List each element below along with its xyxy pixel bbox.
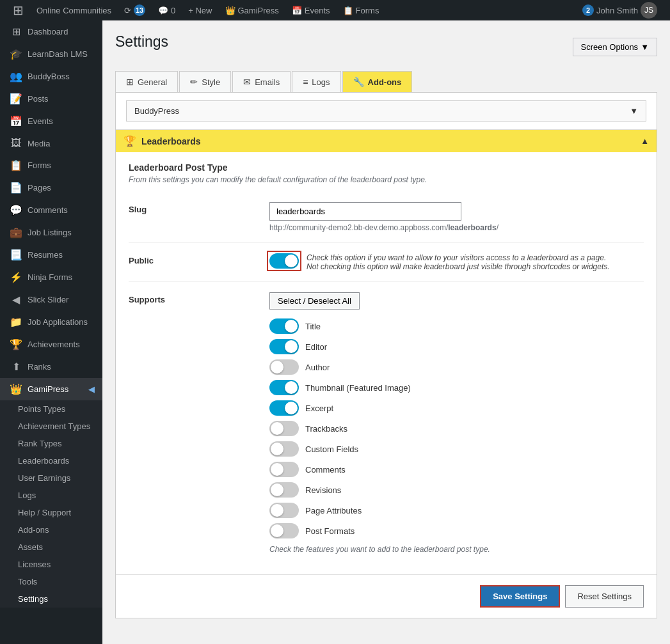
collapse-icon[interactable]: ▲ (641, 136, 649, 146)
tab-emails[interactable]: ✉ Emails (232, 71, 291, 92)
sidebar-sub-logs[interactable]: Logs (0, 487, 102, 504)
slug-input[interactable] (269, 202, 461, 221)
tab-logs[interactable]: ≡ Logs (292, 71, 340, 92)
active-arrow: ◀ (88, 384, 95, 394)
tab-label: General (138, 77, 167, 87)
sidebar-item-slick-slider[interactable]: ◀ Slick Slider (0, 288, 102, 311)
sidebar-sub-settings[interactable]: Settings (0, 590, 102, 608)
toggle-post-formats[interactable] (269, 523, 299, 538)
user-badge: 2 (582, 4, 594, 16)
sidebar-item-posts[interactable]: 📝 Posts (0, 88, 102, 110)
forms-link[interactable]: 📋 Forms (337, 0, 386, 20)
support-item-excerpt: Excerpt (269, 400, 644, 416)
sidebar-item-ninja-forms[interactable]: ⚡ Ninja Forms (0, 266, 102, 288)
updates-link[interactable]: ⟳ 13 (118, 0, 152, 20)
sidebar-sub-assets[interactable]: Assets (0, 538, 102, 556)
leaderboards-section-header: 🏆 Leaderboards ▲ (116, 130, 657, 152)
public-toggle[interactable] (269, 253, 299, 269)
sidebar-item-forms[interactable]: 📋 Forms (0, 154, 102, 177)
sidebar-sub-achievement-types[interactable]: Achievement Types (0, 418, 102, 435)
sidebar-item-ranks[interactable]: ⬆ Ranks (0, 356, 102, 378)
sidebar-item-label: Media (28, 139, 50, 148)
public-row: Public Check this option if you want to … (129, 243, 644, 282)
forms-icon: 📋 (343, 6, 353, 15)
wp-logo[interactable]: ⊞ (6, 0, 30, 20)
events-link[interactable]: 📅 Events (285, 0, 337, 20)
sidebar-item-dashboard[interactable]: ⊞ Dashboard (0, 20, 102, 43)
gamipress-label: GamiPress (238, 6, 279, 15)
sidebar-item-comments[interactable]: 💬 Comments (0, 199, 102, 221)
toggle-author[interactable] (269, 359, 299, 375)
toggle-excerpt[interactable] (269, 400, 299, 416)
sidebar-sub-add-ons[interactable]: Add-ons (0, 521, 102, 538)
topbar-right: 2 John Smith JS (576, 0, 664, 20)
toggle-comments[interactable] (269, 462, 299, 477)
toggle-thumb-thumbnail (285, 381, 298, 394)
tab-general[interactable]: ⊞ General (115, 71, 178, 92)
sidebar-item-buddyboss[interactable]: 👥 BuddyBoss (0, 65, 102, 88)
user-menu[interactable]: 2 John Smith JS (576, 0, 664, 20)
reset-label: Reset Settings (577, 592, 632, 601)
sidebar-sub-leaderboards[interactable]: Leaderboards (0, 452, 102, 469)
sidebar-item-label: Events (28, 116, 53, 126)
sidebar-item-resumes[interactable]: 📃 Resumes (0, 244, 102, 266)
ninja-forms-icon: ⚡ (10, 271, 22, 283)
site-name[interactable]: Online Communities (30, 0, 118, 20)
settings-tabs: ⊞ General ✏ Style ✉ Emails ≡ Logs 🔧 Add-… (115, 71, 657, 93)
support-label-thumbnail: Thumbnail (Featured Image) (305, 383, 411, 393)
sidebar-item-media[interactable]: 🖼 Media (0, 132, 102, 154)
sidebar-item-label: Pages (28, 183, 51, 192)
style-tab-icon: ✏ (190, 77, 198, 87)
sidebar-item-achievements[interactable]: 🏆 Achievements (0, 333, 102, 356)
comments-link[interactable]: 💬 0 (152, 0, 182, 20)
addon-dropdown[interactable]: BuddyPress ▼ (126, 100, 646, 122)
sidebar-sub-user-earnings[interactable]: User Earnings (0, 469, 102, 487)
support-item-revisions: Revisions (269, 482, 644, 498)
general-tab-icon: ⊞ (126, 77, 134, 87)
main-content: Settings Screen Options ▼ ⊞ General ✏ St… (102, 20, 670, 644)
toggle-editor[interactable] (269, 339, 299, 354)
buddyboss-icon: 👥 (10, 70, 22, 82)
sidebar-item-job-listings[interactable]: 💼 Job Listings (0, 221, 102, 244)
supports-grid: TitleEditorAuthorThumbnail (Featured Ima… (269, 318, 644, 538)
sidebar-item-label: Slick Slider (28, 295, 68, 304)
screen-options-button[interactable]: Screen Options ▼ (573, 38, 657, 56)
sidebar-item-events[interactable]: 📅 Events (0, 110, 102, 132)
toggle-track-post-formats (269, 523, 299, 538)
sidebar-item-pages[interactable]: 📄 Pages (0, 177, 102, 199)
events-icon: 📅 (292, 6, 302, 15)
sidebar-item-label: Forms (28, 161, 51, 170)
toggle-revisions[interactable] (269, 482, 299, 498)
toggle-thumb-page-attributes (271, 504, 283, 517)
gamipress-link[interactable]: 👑 GamiPress (219, 0, 285, 20)
new-link[interactable]: + New (182, 0, 218, 20)
tab-label: Logs (312, 77, 330, 87)
select-deselect-button[interactable]: Select / Deselect All (269, 292, 360, 310)
sidebar-item-label: Job Listings (28, 228, 72, 237)
toggle-trackbacks[interactable] (269, 421, 299, 436)
sidebar-sub-help-support[interactable]: Help / Support (0, 504, 102, 521)
sidebar-item-learndash[interactable]: 🎓 LearnDash LMS (0, 43, 102, 65)
save-label: Save Settings (493, 592, 547, 601)
sidebar-sub-rank-types[interactable]: Rank Types (0, 435, 102, 452)
sidebar-item-label: Dashboard (28, 27, 68, 36)
toggle-page-attributes[interactable] (269, 503, 299, 518)
sidebar-item-job-applications[interactable]: 📁 Job Applications (0, 311, 102, 333)
save-settings-button[interactable]: Save Settings (480, 585, 560, 608)
sidebar-item-gamipress[interactable]: 👑 GamiPress ◀ (0, 378, 102, 400)
post-type-description: From this settings you can modify the de… (129, 175, 644, 184)
sidebar-item-label: LearnDash LMS (28, 49, 88, 59)
dropdown-value: BuddyPress (134, 106, 179, 116)
slug-row: Slug http://community-demo2.bb-dev.demo.… (129, 192, 644, 243)
sidebar-sub-points-types[interactable]: Points Types (0, 400, 102, 418)
tab-add-ons[interactable]: 🔧 Add-ons (342, 71, 413, 93)
tab-style[interactable]: ✏ Style (179, 71, 231, 92)
reset-settings-button[interactable]: Reset Settings (565, 585, 644, 608)
sidebar-sub-tools[interactable]: Tools (0, 573, 102, 590)
toggle-custom-fields[interactable] (269, 441, 299, 457)
toggle-thumbnail[interactable] (269, 380, 299, 395)
toggle-track-page-attributes (269, 503, 299, 518)
header-area: Settings Screen Options ▼ (115, 33, 657, 61)
toggle-title[interactable] (269, 318, 299, 334)
sidebar-sub-licenses[interactable]: Licenses (0, 556, 102, 573)
